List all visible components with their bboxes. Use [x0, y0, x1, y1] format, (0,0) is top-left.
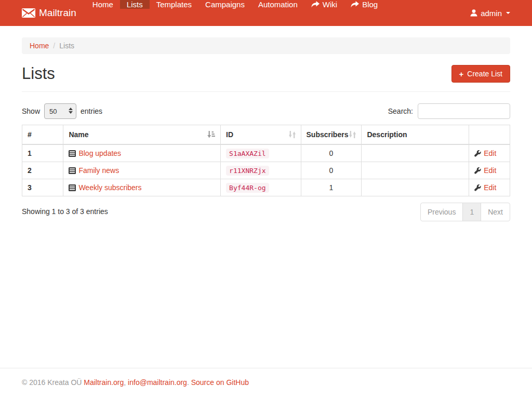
- table-controls: Show 50 entries Search:: [22, 103, 510, 119]
- row-index: 2: [22, 162, 63, 179]
- external-link-icon: [311, 1, 320, 8]
- create-list-button[interactable]: + Create List: [451, 65, 510, 83]
- row-index: 3: [22, 179, 63, 196]
- breadcrumb: Home / Lists: [22, 37, 510, 54]
- nav-item-campaigns[interactable]: Campaigns: [198, 0, 251, 9]
- list-id: r11XNRZjx: [226, 166, 269, 176]
- wrench-icon: [474, 167, 481, 174]
- mailtrain-org-link[interactable]: Mailtrain.org: [84, 378, 124, 387]
- column-header-name[interactable]: Name: [63, 125, 221, 145]
- breadcrumb-current: Lists: [59, 42, 74, 50]
- brand-title: Mailtrain: [39, 7, 76, 19]
- list-name-link[interactable]: Family news: [78, 166, 119, 175]
- external-link-icon: [351, 1, 359, 8]
- row-index: 1: [22, 144, 63, 162]
- column-header-subscribers[interactable]: Subscribers: [301, 125, 362, 145]
- source-github-link[interactable]: Source on GitHub: [191, 378, 249, 387]
- footer-separator: ,: [124, 378, 126, 387]
- page-header: Lists + Create List: [22, 64, 510, 92]
- list-id: S1aAXAZil: [226, 149, 269, 158]
- column-header-index: #: [22, 125, 63, 145]
- page-title: Lists: [22, 64, 55, 83]
- nav-item-automation[interactable]: Automation: [251, 0, 304, 9]
- sort-both-icon: [289, 131, 296, 138]
- column-header-description: Description: [362, 125, 469, 145]
- list-id: Byf44R-og: [226, 183, 269, 193]
- user-menu-label: admin: [481, 9, 502, 18]
- email-link[interactable]: info@mailtrain.org: [128, 378, 187, 387]
- footer: © 2016 Kreata OÜ Mailtrain.org, info@mai…: [0, 368, 532, 399]
- nav-item-templates[interactable]: Templates: [150, 0, 198, 9]
- column-header-actions: [469, 125, 510, 145]
- subscriber-count: 0: [301, 144, 362, 162]
- wrench-icon: [474, 150, 481, 157]
- sort-both-icon: [349, 131, 356, 138]
- create-list-button-label: Create List: [467, 70, 502, 78]
- subscriber-count: 0: [301, 162, 362, 179]
- copyright-text: © 2016 Kreata OÜ: [22, 378, 82, 387]
- subscriber-count: 1: [301, 179, 362, 196]
- search-input[interactable]: [418, 103, 510, 119]
- table-summary: Showing 1 to 3 of 3 entries: [22, 203, 108, 216]
- table-row: 2 Family news r11XNRZjx: [22, 162, 510, 179]
- lists-table: # Name: [22, 125, 510, 196]
- list-description: [362, 162, 469, 179]
- table-row: 1 Blog updates S1aAXAZil: [22, 144, 510, 162]
- list-icon: [69, 167, 76, 174]
- chevron-down-icon: [506, 12, 510, 14]
- envelope-icon: [22, 8, 35, 18]
- nav-item-blog-label: Blog: [362, 0, 378, 9]
- list-name-link[interactable]: Blog updates: [78, 149, 121, 157]
- list-icon: [69, 184, 76, 191]
- table-row: 3 Weekly subscribers Byf44R-og: [22, 179, 510, 196]
- user-icon: [470, 9, 477, 17]
- list-description: [362, 179, 469, 196]
- footer-separator: .: [187, 378, 189, 387]
- edit-link[interactable]: Edit: [484, 166, 496, 175]
- nav-item-wiki-label: Wiki: [323, 0, 337, 9]
- wrench-icon: [474, 184, 481, 191]
- pagination: Previous 1 Next: [420, 203, 510, 221]
- column-header-id[interactable]: ID: [221, 125, 301, 145]
- plus-icon: +: [459, 70, 464, 78]
- show-label: Show: [22, 107, 40, 115]
- nav-item-home[interactable]: Home: [86, 0, 120, 9]
- pagination-page-1-button[interactable]: 1: [462, 203, 481, 221]
- edit-link[interactable]: Edit: [484, 183, 496, 192]
- list-name-link[interactable]: Weekly subscribers: [78, 183, 141, 192]
- navbar: Mailtrain Home Lists Templates Campaigns…: [0, 0, 532, 26]
- edit-link[interactable]: Edit: [484, 149, 496, 157]
- search-label: Search:: [388, 107, 413, 115]
- list-description: [362, 144, 469, 162]
- user-menu[interactable]: admin: [470, 0, 510, 26]
- page-length-select[interactable]: 50: [44, 103, 76, 119]
- table-header-row: # Name: [22, 125, 510, 145]
- pagination-previous-button[interactable]: Previous: [420, 203, 463, 221]
- sort-asc-icon: [207, 131, 215, 138]
- breadcrumb-separator: /: [53, 42, 55, 50]
- nav-item-blog[interactable]: Blog: [344, 0, 384, 9]
- breadcrumb-home-link[interactable]: Home: [30, 42, 49, 50]
- nav-item-wiki[interactable]: Wiki: [304, 0, 344, 9]
- pagination-next-button[interactable]: Next: [481, 203, 510, 221]
- entries-label: entries: [81, 107, 102, 115]
- list-icon: [69, 150, 76, 157]
- nav-item-lists[interactable]: Lists: [120, 0, 150, 9]
- brand-logo[interactable]: Mailtrain: [22, 0, 86, 26]
